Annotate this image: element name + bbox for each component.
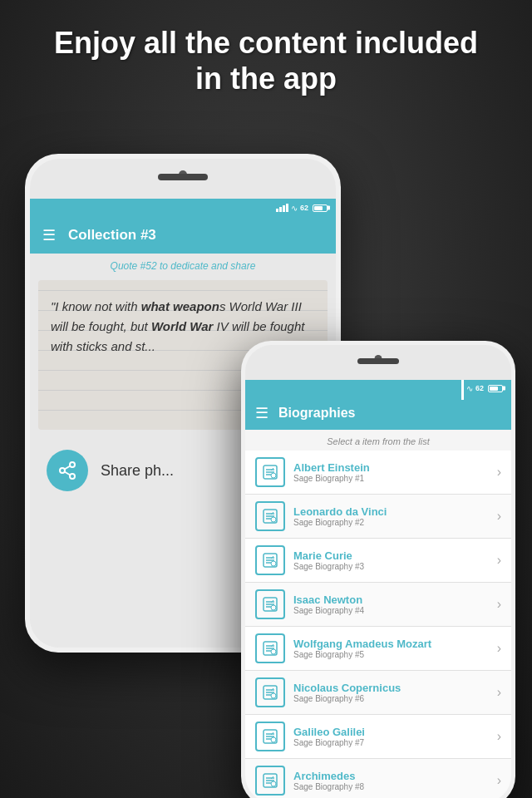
bio-text: Archimedes Sage Biography #8 (293, 770, 497, 791)
bio-subtitle: Sage Biography #7 (293, 738, 497, 747)
chevron-right-icon: › (497, 641, 501, 656)
share-label: Share ph... (101, 462, 174, 480)
bio-name: Marie Curie (293, 549, 497, 562)
bio-icon (255, 766, 285, 796)
bio-name: Albert Einstein (293, 461, 497, 474)
bio-text: Nicolaus Copernicus Sage Biography #6 (293, 682, 497, 703)
svg-point-2 (70, 474, 75, 479)
bio-subtitle: Sage Biography #5 (293, 650, 497, 659)
battery-text-2: 62 (475, 384, 484, 392)
phone-1-speaker (158, 174, 208, 180)
bio-name: Wolfgang Amadeus Mozart (293, 638, 497, 650)
bio-text: Albert Einstein Sage Biography #1 (293, 461, 497, 483)
bio-list-item[interactable]: Galileo Galilei Sage Biography #7 › (245, 715, 511, 759)
phone-2-appbar: ☰ Biographies (245, 397, 511, 430)
bio-icon (255, 457, 285, 487)
chevron-right-icon: › (497, 729, 501, 744)
bio-name: Galileo Galilei (293, 726, 497, 738)
chevron-right-icon: › (497, 465, 501, 480)
bio-name: Isaac Newton (293, 594, 497, 606)
bio-list-item[interactable]: Isaac Newton Sage Biography #4 › (245, 583, 511, 627)
wifi-icon: ∿ (291, 204, 298, 213)
svg-point-33 (271, 649, 276, 654)
bio-text: Galileo Galilei Sage Biography #7 (293, 726, 497, 747)
bio-list-item[interactable]: Nicolaus Copernicus Sage Biography #6 › (245, 671, 511, 715)
bio-list-item[interactable]: Albert Einstein Sage Biography #1 › (245, 451, 511, 495)
chevron-right-icon: › (497, 553, 501, 568)
bio-text: Leonardo da Vinci Sage Biography #2 (293, 505, 497, 527)
svg-point-0 (70, 462, 75, 467)
bio-icon (255, 545, 285, 575)
bio-subtitle: Sage Biography #1 (293, 474, 497, 483)
biography-list: Albert Einstein Sage Biography #1 › Leon… (245, 451, 511, 798)
svg-point-51 (271, 781, 276, 786)
bio-text: Wolfgang Amadeus Mozart Sage Biography #… (293, 638, 497, 659)
phone-2-app-title: Biographies (278, 406, 355, 421)
bio-subtitle: Sage Biography #3 (293, 562, 497, 571)
bio-name: Leonardo da Vinci (293, 505, 497, 518)
battery-icon (313, 204, 328, 212)
bio-subtitle: Sage Biography #6 (293, 694, 497, 703)
bio-text: Marie Curie Sage Biography #3 (293, 549, 497, 571)
bio-name: Nicolaus Copernicus (293, 682, 497, 694)
bio-subtitle: Sage Biography #8 (293, 782, 497, 791)
bio-list-item[interactable]: Marie Curie Sage Biography #3 › (245, 539, 511, 583)
list-subtitle: Select a item from the list (245, 430, 511, 451)
svg-point-1 (60, 468, 65, 473)
svg-line-3 (65, 472, 71, 475)
svg-point-15 (271, 517, 276, 522)
bio-subtitle: Sage Biography #2 (293, 518, 497, 527)
phone-2: ∿ 62 ☰ Biographies Select a item from th… (241, 341, 515, 798)
bio-name: Archimedes (293, 770, 497, 782)
bio-icon (255, 722, 285, 751)
svg-point-21 (271, 561, 276, 566)
bio-icon (255, 589, 285, 619)
bio-list-item[interactable]: Wolfgang Amadeus Mozart Sage Biography #… (245, 627, 511, 671)
bio-list-item[interactable]: Leonardo da Vinci Sage Biography #2 › (245, 495, 511, 539)
phone-1-app-title: Collection #3 (68, 227, 156, 244)
chevron-right-icon: › (497, 685, 501, 700)
battery-icon-2 (488, 385, 503, 392)
hamburger-icon-2[interactable]: ☰ (255, 404, 268, 422)
svg-point-9 (271, 473, 276, 478)
svg-line-4 (65, 466, 71, 470)
chevron-right-icon: › (497, 597, 501, 612)
phone-2-status-bar: ∿ 62 (245, 380, 511, 397)
hamburger-icon[interactable]: ☰ (42, 226, 56, 244)
share-button[interactable] (47, 450, 88, 491)
phone-2-speaker (357, 358, 399, 364)
bio-subtitle: Sage Biography #4 (293, 606, 497, 615)
bio-text: Isaac Newton Sage Biography #4 (293, 594, 497, 615)
chevron-right-icon: › (497, 509, 501, 524)
bio-list-item[interactable]: Archimedes Sage Biography #8 › (245, 759, 511, 798)
signal-icon (276, 204, 288, 212)
bio-icon (255, 633, 285, 663)
wifi-icon-2: ∿ (466, 384, 473, 393)
header-title: Enjoy all the content included in the ap… (0, 25, 532, 96)
svg-point-39 (271, 693, 276, 698)
signal-icon-2 (461, 380, 464, 400)
chevron-right-icon: › (497, 773, 501, 788)
svg-point-45 (271, 737, 276, 742)
battery-text: 62 (300, 204, 308, 212)
bio-icon (255, 677, 285, 707)
svg-point-27 (271, 605, 276, 610)
bio-icon (255, 501, 285, 531)
phone-1-appbar: ☰ Collection #3 (30, 217, 336, 254)
phone-2-screen: ∿ 62 ☰ Biographies Select a item from th… (245, 380, 511, 798)
phone-1-status-bar: ∿ 62 (30, 199, 336, 217)
quote-subtitle: Quote #52 to dedicate and share (30, 254, 336, 277)
